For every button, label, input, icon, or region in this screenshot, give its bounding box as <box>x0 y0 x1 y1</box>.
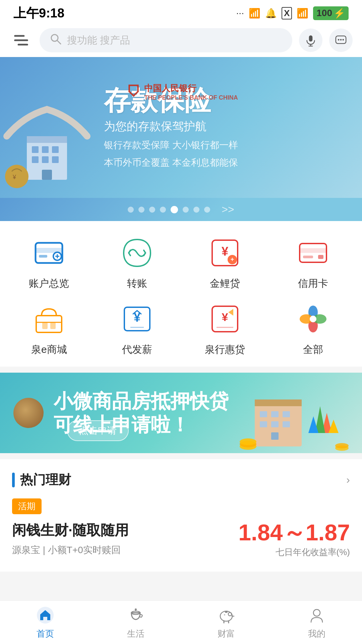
quick-item-shop[interactable]: 泉e商城 <box>7 301 92 357</box>
promo-banner[interactable]: 小微商品房抵押快贷 可线上申请啦！ 点击申请 <box>0 373 362 453</box>
dot-5-active[interactable] <box>171 206 178 213</box>
finance-card-section: 活期 闲钱生财·随取随用 源泉宝 | 小额T+0实时赎回 1.84～1.87 七… <box>0 498 362 572</box>
dot-3[interactable] <box>149 207 155 213</box>
svg-rect-37 <box>36 316 62 332</box>
quick-item-payroll[interactable]: ¥ 代发薪 <box>95 301 180 357</box>
quick-item-loan[interactable]: ¥ + 金鲤贷 <box>183 234 267 290</box>
banner-dots: >> <box>0 198 362 221</box>
bank-logo: ⛉ 中国人民银行 THE PEOPLE'S BANK OF CHINA <box>127 83 238 101</box>
svg-point-69 <box>335 443 349 448</box>
wealth-nav-icon <box>216 605 236 625</box>
svg-rect-57 <box>255 399 302 406</box>
shop-label: 泉e商城 <box>31 343 67 357</box>
status-time: 上午9:18 <box>13 5 64 22</box>
bank-name: 中国人民银行 <box>144 83 238 94</box>
main-banner[interactable]: ¥ ⛉ 中国人民银行 THE PEOPLE'S BANK OF CHINA 存款… <box>0 57 362 198</box>
banner-subtitle: 为您的存款保驾护航 <box>104 119 238 134</box>
svg-line-4 <box>57 41 61 44</box>
svg-rect-13 <box>27 136 67 143</box>
voice-button[interactable] <box>299 29 322 52</box>
home-nav-icon <box>35 605 55 625</box>
dot-7[interactable] <box>193 207 199 213</box>
svg-point-11 <box>343 39 344 41</box>
svg-rect-58 <box>260 411 267 417</box>
svg-rect-5 <box>309 36 313 42</box>
nav-item-mine[interactable]: 我的 <box>283 605 350 640</box>
promo-apply-button[interactable]: 点击申请 <box>67 420 129 441</box>
section-title-wrap: 热门理财 <box>12 471 71 488</box>
bell-icon: 🔔 <box>265 8 277 19</box>
transfer-icon <box>119 234 156 271</box>
svg-rect-14 <box>32 146 39 153</box>
svg-rect-20 <box>42 170 52 180</box>
svg-point-72 <box>135 608 137 610</box>
bluetooth-icon: 📶 <box>249 8 260 19</box>
svg-point-80 <box>313 609 320 616</box>
menu-button[interactable] <box>9 29 33 52</box>
nav-label-wealth: 财富 <box>218 628 235 640</box>
svg-rect-15 <box>42 146 49 153</box>
svg-point-9 <box>338 39 340 41</box>
svg-text:¥: ¥ <box>222 245 228 258</box>
finance-rate: 1.84～1.87 <box>238 521 350 544</box>
nav-item-home[interactable]: 首页 <box>12 605 79 640</box>
account-label: 账户总览 <box>29 277 69 290</box>
quick-item-transfer[interactable]: 转账 <box>95 234 180 290</box>
dot-8[interactable] <box>204 207 210 213</box>
message-button[interactable] <box>329 29 353 52</box>
status-bar: 上午9:18 ··· 📶 🔔 X 📶 100 ⚡ <box>0 0 362 23</box>
nav-label-life: 生活 <box>127 628 144 640</box>
all-icon <box>295 301 331 337</box>
svg-rect-1 <box>14 39 28 41</box>
svg-rect-36 <box>318 255 323 259</box>
search-icon <box>50 33 62 48</box>
finance-product-name: 闲钱生财·随取随用 <box>12 521 129 540</box>
svg-point-74 <box>228 612 232 616</box>
all-label: 全部 <box>303 343 323 357</box>
quick-item-credit[interactable]: 信用卡 <box>271 234 356 290</box>
finance-rate-wrap: 1.84～1.87 七日年化收益率(%) <box>238 521 350 558</box>
banner-text-content: ⛉ 中国人民银行 THE PEOPLE'S BANK OF CHINA 存款保险… <box>87 72 255 182</box>
finance-card[interactable]: 闲钱生财·随取随用 源泉宝 | 小额T+0实时赎回 1.84～1.87 七日年化… <box>12 521 350 558</box>
loan-icon: ¥ + <box>206 234 243 271</box>
section-title-bar <box>12 473 15 487</box>
svg-text:¥: ¥ <box>222 311 228 323</box>
credit-icon <box>295 234 331 271</box>
top-bar: 搜功能 搜产品 <box>0 23 362 57</box>
loan-label: 金鲤贷 <box>210 277 240 290</box>
svg-rect-62 <box>271 421 279 427</box>
promo-illustration <box>235 373 352 453</box>
dot-1[interactable] <box>128 207 134 213</box>
banner-next-arrow[interactable]: >> <box>222 203 234 216</box>
quick-actions-grid: 账户总览 转账 ¥ + 金鲤贷 <box>0 221 362 367</box>
dots-icon: ··· <box>236 8 244 18</box>
svg-point-51 <box>310 316 316 322</box>
nav-item-life[interactable]: 生活 <box>102 605 169 640</box>
svg-rect-63 <box>283 421 290 427</box>
account-icon <box>31 234 67 271</box>
dot-2[interactable] <box>138 207 144 213</box>
svg-point-67 <box>240 438 256 445</box>
payroll-label: 代发薪 <box>122 343 152 357</box>
nav-item-wealth[interactable]: 财富 <box>193 605 260 640</box>
mine-nav-icon <box>307 605 327 625</box>
quick-item-all[interactable]: 全部 <box>271 301 356 357</box>
svg-rect-19 <box>52 156 59 163</box>
svg-rect-18 <box>42 156 49 163</box>
product-tag: 活期 <box>12 498 42 514</box>
svg-rect-77 <box>225 611 228 613</box>
finance-product-desc: 源泉宝 | 小额T+0实时赎回 <box>12 544 129 556</box>
promo-line1: 小微商品房抵押快贷 <box>54 389 229 413</box>
quick-item-huiloan[interactable]: ¥ 泉行惠贷 <box>183 301 267 357</box>
dot-4[interactable] <box>160 207 166 213</box>
svg-rect-61 <box>260 421 267 427</box>
svg-rect-34 <box>300 248 326 253</box>
banner-illustration: ¥ <box>0 89 94 198</box>
section-more-button[interactable]: › <box>346 474 350 486</box>
svg-rect-16 <box>52 146 59 153</box>
dot-6[interactable] <box>183 207 189 213</box>
svg-rect-0 <box>14 35 24 37</box>
quick-item-account[interactable]: 账户总览 <box>7 234 92 290</box>
search-bar[interactable]: 搜功能 搜产品 <box>40 28 292 52</box>
svg-point-10 <box>340 39 342 41</box>
